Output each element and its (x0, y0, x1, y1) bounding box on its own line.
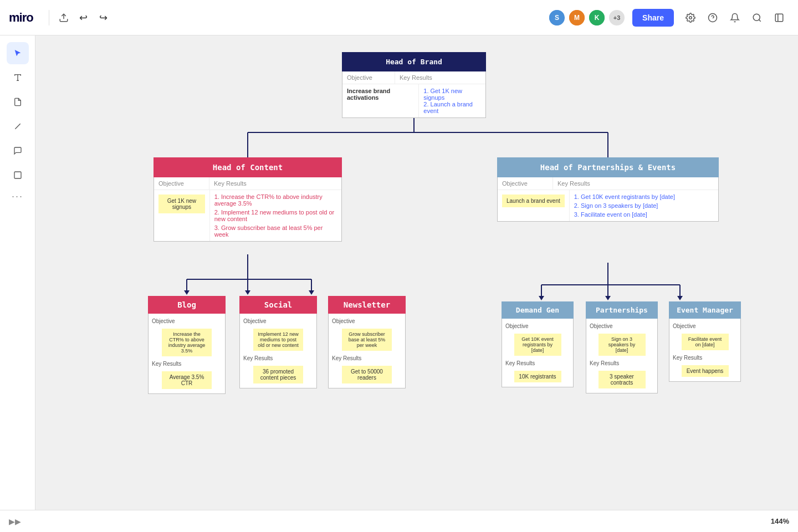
event-sticky-kr: Event happens (682, 365, 729, 377)
frame-tool[interactable] (7, 164, 29, 186)
brand-obj-header: Objective (342, 71, 395, 84)
event-obj-label: Objective (669, 321, 740, 331)
upload-button[interactable] (54, 8, 74, 28)
avatar-3: K (588, 9, 606, 27)
zoom-level: 144% (771, 517, 789, 525)
newsletter-sticky-obj: Grow subscriber base at least 5% per wee… (342, 329, 392, 351)
settings-icon-button[interactable] (681, 8, 700, 28)
partnerships-obj-label: Objective (586, 321, 657, 331)
svg-marker-31 (539, 296, 544, 300)
line-tool[interactable] (7, 115, 29, 137)
content-kr-header: Key Results (209, 177, 251, 190)
redo-button[interactable]: ↪ (94, 8, 114, 28)
partnerships-sub-body: Objective Sign on 3 speakers by [date] K… (586, 319, 658, 393)
demand-kr-label: Key Results (502, 358, 573, 369)
event-manager-card: Event Manager Objective Facilitate event… (669, 301, 741, 382)
newsletter-kr-label: Key Results (329, 353, 405, 364)
partnerships-kr-sticky-wrap: 3 speaker contracts (586, 369, 657, 391)
blog-header: Blog (148, 296, 226, 314)
svg-point-4 (753, 14, 760, 21)
newsletter-card: Newsletter Objective Grow subscriber bas… (328, 296, 406, 388)
notification-icon-button[interactable] (725, 8, 745, 28)
cursor-tool[interactable] (7, 42, 29, 64)
head-of-partnerships-card: Head of Partnerships & Events Objective … (497, 157, 719, 222)
brand-kr-values: 1. Get 1K new signups 2. Launch a brand … (419, 84, 485, 117)
content-card-body: Objective Key Results Get 1K new signups… (154, 177, 342, 242)
newsletter-obj-label: Objective (329, 316, 405, 326)
social-obj-label: Objective (240, 316, 316, 326)
miro-logo: miro (9, 11, 33, 25)
comment-tool[interactable] (7, 140, 29, 162)
expand-panel-button[interactable]: ▶▶ (9, 517, 21, 526)
demand-sticky-obj: Get 10K event registrants by [date] (514, 334, 561, 356)
text-tool[interactable] (7, 66, 29, 89)
canvas: Head of Brand Objective Key Results Incr… (35, 35, 798, 510)
partner-sticky-obj: Launch a brand event (502, 195, 565, 207)
demand-gen-body: Objective Get 10K event registrants by [… (502, 319, 574, 387)
content-card-header: Head of Content (154, 157, 342, 177)
blog-card: Blog Objective Increase the CTR% to abov… (148, 296, 226, 394)
diagram: Head of Brand Objective Key Results Incr… (98, 47, 735, 501)
search-icon-button[interactable] (747, 8, 767, 28)
newsletter-kr-sticky-wrap: Get to 50000 readers (329, 364, 405, 386)
undo-button[interactable]: ↩ (74, 8, 94, 28)
svg-line-10 (15, 124, 20, 129)
svg-marker-33 (605, 296, 611, 300)
head-of-brand-card: Head of Brand Objective Key Results Incr… (342, 52, 486, 118)
brand-card-body: Objective Key Results Increase brand act… (342, 71, 486, 118)
svg-marker-24 (245, 290, 250, 295)
event-kr-sticky-wrap: Event happens (669, 363, 740, 379)
brand-kr-header: Key Results (395, 71, 437, 84)
blog-obj-sticky-wrap: Increase the CTR% to above industry aver… (149, 326, 225, 359)
svg-point-1 (689, 16, 692, 19)
newsletter-body: Objective Grow subscriber base at least … (328, 314, 406, 388)
content-kr-list: 1. Increase the CTR% to above industry a… (210, 190, 341, 241)
svg-marker-36 (677, 296, 683, 300)
avatar-more[interactable]: +3 (608, 9, 626, 27)
separator-1 (49, 10, 49, 25)
partner-kr-list: 1. Get 10K event registrants by [date] 2… (570, 190, 679, 221)
demand-kr-sticky-wrap: 10K registrants (502, 369, 573, 385)
partnerships-sticky-obj: Sign on 3 speakers by [date] (598, 334, 646, 356)
partnerships-sticky-kr: 3 speaker contracts (598, 371, 646, 388)
partner-kr-header: Key Results (553, 177, 595, 190)
head-of-content-card: Head of Content Objective Key Results Ge… (154, 157, 342, 242)
social-kr-label: Key Results (240, 353, 316, 364)
svg-rect-6 (775, 14, 783, 22)
event-kr-label: Key Results (669, 352, 740, 363)
blog-obj-label: Objective (149, 316, 225, 326)
event-obj-sticky-wrap: Facilitate event on [date] (669, 331, 740, 352)
social-header: Social (239, 296, 317, 314)
newsletter-header: Newsletter (328, 296, 406, 314)
demand-sticky-kr: 10K registrants (514, 371, 561, 382)
share-button[interactable]: Share (632, 9, 674, 27)
help-icon-button[interactable] (703, 8, 723, 28)
event-manager-header: Event Manager (669, 301, 741, 319)
partnerships-sub-header: Partnerships (586, 301, 658, 319)
svg-marker-27 (309, 290, 314, 295)
sticky-note-tool[interactable] (7, 91, 29, 113)
partner-card-header: Head of Partnerships & Events (497, 157, 719, 177)
demand-gen-card: Demand Gen Objective Get 10K event regis… (502, 301, 574, 387)
more-tools[interactable]: ··· (12, 191, 23, 202)
demand-obj-label: Objective (502, 321, 573, 331)
event-sticky-obj: Facilitate event on [date] (682, 334, 729, 350)
topbar: miro ↩ ↪ S M K +3 Share (0, 0, 798, 35)
social-obj-sticky-wrap: Implement 12 new mediums to post old or … (240, 326, 316, 353)
newsletter-sticky-kr: Get to 50000 readers (342, 366, 392, 383)
panel-icon-button[interactable] (769, 8, 789, 28)
social-sticky-kr: 36 promoted content pieces (253, 366, 303, 383)
content-obj-sticky: Get 1K new signups (154, 190, 210, 241)
demand-gen-header: Demand Gen (502, 301, 574, 319)
partnerships-sub-card: Partnerships Objective Sign on 3 speaker… (586, 301, 658, 393)
blog-sticky-obj: Increase the CTR% to above industry aver… (162, 329, 212, 356)
content-sticky-obj: Get 1K new signups (158, 195, 205, 213)
social-sticky-obj: Implement 12 new mediums to post old or … (253, 329, 303, 351)
svg-line-5 (759, 19, 760, 21)
blog-sticky-kr: Average 3.5% CTR (162, 371, 212, 389)
demand-obj-sticky-wrap: Get 10K event registrants by [date] (502, 331, 573, 358)
partnerships-obj-sticky-wrap: Sign on 3 speakers by [date] (586, 331, 657, 358)
social-kr-sticky-wrap: 36 promoted content pieces (240, 364, 316, 386)
blog-body: Objective Increase the CTR% to above ind… (148, 314, 226, 394)
blog-kr-label: Key Results (149, 359, 225, 369)
